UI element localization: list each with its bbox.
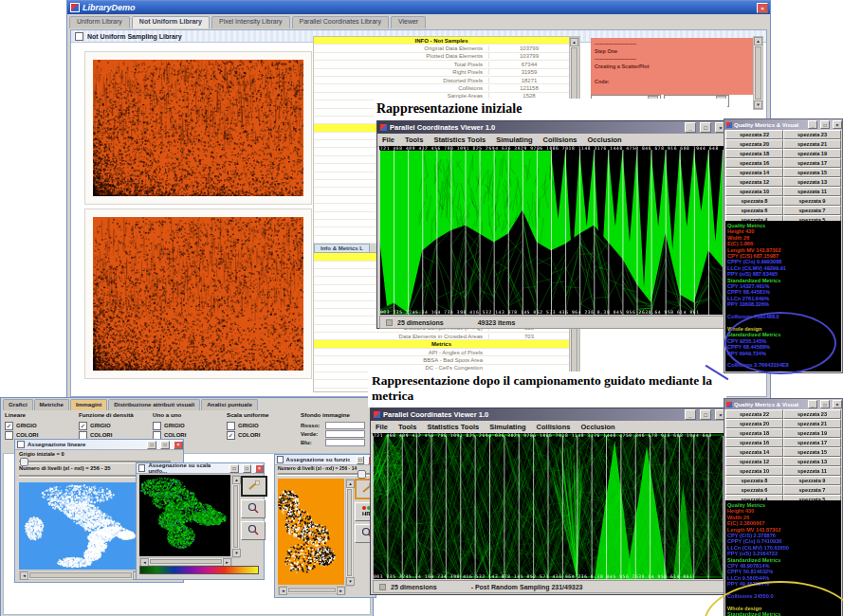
minimize-button[interactable]: _ [685, 409, 696, 420]
menu-occlusion[interactable]: Occlusion [580, 423, 614, 431]
close-button[interactable]: × [833, 400, 842, 408]
maximize-button[interactable]: □ [700, 409, 711, 420]
spezzata-button[interactable]: spezzata 21 [783, 139, 841, 149]
spezzata-button[interactable]: spezzata 22 [725, 130, 783, 139]
aw3-titlebar[interactable]: Assegnazione su funzione di... □ × [275, 455, 376, 465]
map-horizontal-scrollbar[interactable]: ◄► [139, 557, 232, 566]
minimize-button[interactable]: _ [808, 400, 817, 408]
checked-checkbox-icon[interactable]: ✓ [5, 422, 13, 430]
scroll-up-icon[interactable]: ▲ [570, 38, 578, 46]
spezzata-button[interactable]: spezzata 6 [725, 206, 783, 215]
brush-tool-button[interactable] [241, 476, 267, 497]
color-component-input[interactable] [325, 439, 365, 446]
scroll-up-icon[interactable]: ▲ [346, 480, 355, 488]
spezzata-button[interactable]: spezzata 14 [725, 168, 783, 177]
spezzata-button[interactable]: spezzata 18 [725, 428, 783, 438]
minimize-button[interactable]: _ [808, 120, 817, 129]
menu-statistics-tools[interactable]: Statistics Tools [433, 136, 486, 144]
unchecked-checkbox-icon[interactable] [153, 422, 161, 430]
restore-button[interactable]: □ [357, 456, 364, 464]
spezzata-button[interactable]: spezzata 15 [783, 168, 841, 177]
scroll-up-icon[interactable]: ▲ [754, 37, 762, 45]
menu-file[interactable]: File [382, 136, 394, 144]
spezzata-button[interactable]: spezzata 23 [783, 130, 841, 139]
mode-checkbox-row[interactable]: GRIGIO [227, 421, 299, 430]
unchecked-checkbox-icon[interactable] [227, 422, 235, 430]
pc1-titlebar[interactable]: Parallel Coordinates Viewer 1.0 _ □ × [377, 121, 726, 134]
restore-button[interactable]: □ [243, 464, 251, 473]
zoom-out-tool-button[interactable] [241, 521, 266, 540]
menu-tools[interactable]: Tools [398, 423, 416, 431]
spezzata-button[interactable]: spezzata 6 [725, 485, 783, 495]
parallel-coordinates-plot-sampled[interactable] [373, 433, 724, 579]
zoom-in-tool-button[interactable] [241, 499, 266, 518]
spezzata-button[interactable]: spezzata 20 [725, 139, 783, 149]
spezzata-button[interactable]: spezzata 8 [725, 196, 783, 206]
menu-simulating[interactable]: Simulating [489, 423, 525, 431]
scrollbar-thumb[interactable] [29, 572, 132, 578]
spezzata-button[interactable]: spezzata 16 [725, 158, 783, 168]
library-tab-0[interactable]: Uniform Library [69, 16, 130, 28]
maximize-button[interactable]: □ [700, 122, 711, 133]
unchecked-checkbox-icon[interactable] [5, 431, 13, 440]
italy-map-image[interactable] [19, 482, 140, 570]
close-button[interactable]: × [174, 441, 183, 449]
spezzata-button[interactable]: spezzata 19 [783, 149, 841, 158]
image-panel-tab-4[interactable]: Analisi puntuale [201, 399, 258, 410]
spezzata-button[interactable]: spezzata 10 [725, 187, 783, 196]
menu-collisions[interactable]: Collisions [537, 423, 571, 431]
spezzata-button[interactable]: spezzata 11 [783, 187, 841, 196]
scrollbar-thumb[interactable] [755, 46, 761, 100]
spezzata-button[interactable]: spezzata 13 [783, 177, 841, 187]
image-panel-tab-3[interactable]: Distribuzione attributi visuali [108, 399, 200, 410]
library-window-titlebar[interactable]: LibraryDemo × [67, 1, 770, 14]
mode-checkbox-row[interactable]: ✓GRIGIO [5, 421, 77, 430]
info-subtab[interactable]: Info & Metrics L [314, 244, 370, 253]
pc2-titlebar[interactable]: Parallel Coordinates Viewer 1.0 _ □ × [371, 408, 726, 421]
pc1-plot-area[interactable]: 721 468 409 432 456 708 1091 825 2694 63… [379, 146, 724, 315]
spezzata-button[interactable]: spezzata 10 [725, 466, 783, 476]
image-panel-tab-2[interactable]: Immagini [70, 399, 107, 410]
scroll-down-icon[interactable]: ▼ [754, 100, 762, 109]
panel-checkbox-icon[interactable] [75, 32, 83, 41]
spezzata-button[interactable]: spezzata 20 [725, 419, 783, 428]
density-map-image[interactable] [278, 479, 344, 585]
scroll-left-icon[interactable]: ◄ [20, 571, 28, 580]
library-tab-4[interactable]: Viewer [391, 16, 426, 28]
close-button[interactable]: × [255, 464, 264, 473]
menu-collisions[interactable]: Collisions [543, 136, 577, 144]
spezzata-button[interactable]: spezzata 7 [783, 485, 841, 495]
spezzata-button[interactable]: spezzata 17 [783, 438, 841, 447]
spezzata-button[interactable]: spezzata 22 [725, 409, 783, 419]
maximize-button[interactable]: □ [820, 400, 830, 408]
spezzata-button[interactable]: spezzata 16 [725, 438, 783, 447]
pc2-plot-area[interactable]: 721 468 409 432 456 708 1091 825 2694 63… [373, 433, 724, 579]
color-component-input[interactable] [325, 422, 365, 429]
image-panel-tab-1[interactable]: Metriche [34, 399, 69, 410]
close-button[interactable]: × [757, 3, 768, 13]
restore-button[interactable]: □ [229, 464, 238, 473]
menu-occlusion[interactable]: Occlusion [587, 136, 621, 144]
scrollbar-thumb[interactable] [150, 559, 222, 564]
spezzata-button[interactable]: spezzata 9 [783, 196, 841, 206]
restore-button[interactable]: □ [147, 441, 156, 449]
scroll-right-icon[interactable]: ► [337, 587, 345, 595]
map-horizontal-scrollbar[interactable]: ◄► [278, 586, 346, 594]
spezzata-button[interactable]: spezzata 17 [783, 158, 841, 168]
close-button[interactable]: × [833, 120, 842, 129]
scroll-down-icon[interactable]: ▼ [232, 549, 241, 557]
scrollbar-thumb[interactable] [347, 489, 352, 576]
checked-checkbox-icon[interactable]: ✓ [227, 431, 235, 440]
library-tab-2[interactable]: Pixel Intensity Library [211, 16, 290, 28]
spezzata-button[interactable]: spezzata 15 [783, 447, 841, 457]
map-vertical-scrollbar[interactable]: ▲▼ [345, 479, 354, 587]
scrollbar-thumb[interactable] [288, 588, 336, 592]
minimize-button[interactable]: _ [685, 122, 696, 133]
scrollbar-thumb[interactable] [233, 485, 238, 548]
menu-statistics-tools[interactable]: Statistics Tools [427, 423, 479, 431]
aw2-titlebar[interactable]: Assegnazione su scala unifo... □ □ × [137, 463, 264, 474]
spezzata-button[interactable]: spezzata 8 [725, 476, 783, 485]
aw1-titlebar[interactable]: Assegnazione lineare □ □ × [15, 440, 183, 450]
menu-file[interactable]: File [376, 423, 388, 431]
menu-tools[interactable]: Tools [405, 136, 423, 144]
